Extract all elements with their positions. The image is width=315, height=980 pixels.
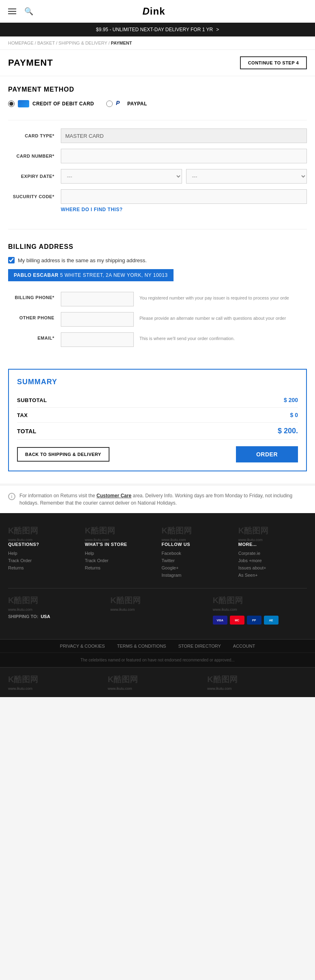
final-watermark-3: K酷图网 www.ikutu.com [207, 674, 307, 691]
footer-col-more: K酷图网 www.ikutu.com MORE... Corprate.ie J… [238, 525, 307, 580]
legal-text: The celebrities named or featured on hav… [80, 658, 234, 662]
other-phone-input[interactable] [61, 312, 134, 327]
footer-col-1-title: QUESTIONS? [8, 542, 77, 547]
footer-link-instagram[interactable]: Instagram [162, 573, 230, 578]
back-to-shipping-button[interactable]: BACK TO SHIPPING & DELIVERY [17, 447, 109, 462]
billing-phone-row: BILLING PHONE* You registered number wit… [8, 292, 307, 306]
search-icon[interactable]: 🔍 [24, 7, 33, 16]
continue-button[interactable]: CONTINUE TO STEP 4 [240, 56, 307, 69]
same-address-checkbox[interactable] [8, 257, 15, 263]
footer-watermark-col2: K酷图网 www.ikutu.com [110, 595, 204, 625]
main-content: PAYMENT METHOD CREDIT OF DEBIT CARD P PA… [0, 76, 315, 484]
same-address-label: My billing address is the same as my shi… [18, 257, 147, 263]
footer-link-help-2[interactable]: Help [85, 551, 153, 556]
footer-store-directory-link[interactable]: STORE DIRECTORY [178, 644, 221, 648]
tax-label: TAX [17, 412, 28, 418]
order-button[interactable]: ORDER [236, 446, 298, 462]
billing-phone-hint: You registered number with your pay issu… [134, 292, 307, 301]
summary-actions: BACK TO SHIPPING & DELIVERY ORDER [17, 446, 298, 462]
header: 🔍 Dink [0, 0, 315, 23]
expiry-year-select[interactable]: --- 2024202520262027 202820292030 [186, 169, 307, 184]
footer-link-returns-2[interactable]: Returns [85, 565, 153, 570]
breadcrumb: HOMEPAGE / BASKET / SHIPPING & DELIVERY … [0, 36, 315, 50]
summary-title: SUMMARY [17, 378, 298, 386]
footer: K酷图网 www.ikutu.com QUESTIONS? Help Track… [0, 513, 315, 639]
footer-link-twitter[interactable]: Twitter [162, 558, 230, 563]
subtotal-value: $ 200 [284, 397, 298, 403]
footer-link-issues[interactable]: Issues about+ [238, 565, 307, 570]
paypal-icon: P [116, 100, 124, 108]
info-text: For information on Returns visit the Cus… [19, 492, 307, 507]
card-form: CARD TYPE* CARD NUMBER* EXPIRY DATE* ---… [8, 124, 307, 221]
breadcrumb-shipping[interactable]: SHIPPING & DELIVERY [58, 41, 107, 45]
billing-phone-input[interactable] [61, 292, 134, 306]
summary-box: SUMMARY SUBTOTAL $ 200 TAX $ 0 TOTAL $ 2… [8, 369, 307, 471]
page-title: PAYMENT [8, 58, 53, 68]
footer-shipping-col: K酷图网 www.ikutu.com SHIPPING TO: USA [8, 595, 102, 625]
other-phone-row: OTHER PHONE Please provide an alternate … [8, 312, 307, 327]
footer-link-facebook[interactable]: Facebook [162, 551, 230, 556]
billing-phone-label: BILLING PHONE* [8, 292, 61, 300]
footer-legal: The celebrities named or featured on hav… [0, 653, 315, 667]
breadcrumb-basket[interactable]: BASKET [37, 41, 55, 45]
customer-care-link[interactable]: Customer Care [96, 493, 131, 499]
email-hint: This is where we'll send your order conf… [134, 332, 307, 342]
credit-card-option[interactable]: CREDIT OF DEBIT CARD [8, 100, 94, 107]
footer-account-link[interactable]: ACCOUNT [233, 644, 255, 648]
card-number-row: CARD NUMBER* [8, 149, 307, 163]
footer-link-track-1[interactable]: Track Order [8, 558, 77, 563]
footer-link-googleplus[interactable]: Google+ [162, 565, 230, 570]
footer-terms-link[interactable]: TERMS & CONDITIONS [117, 644, 166, 648]
paypal-payment-icon: PP [247, 616, 261, 625]
security-label: SUCURITY CODE* [8, 194, 61, 199]
final-watermark-1: K酷图网 www.ikutu.com [8, 674, 108, 691]
expiry-month-select[interactable]: --- 01020304 05060708 09101112 [61, 169, 182, 184]
breadcrumb-payment: PAYMENT [111, 41, 132, 45]
other-phone-label: OTHER PHONE [8, 312, 61, 320]
payment-method-title: PAYMENT METHOD [8, 76, 307, 100]
footer-watermark-1: K酷图网 [8, 525, 77, 536]
card-type-input[interactable] [61, 128, 307, 143]
other-phone-hint: Please provide an alternate number w cal… [134, 312, 307, 321]
billing-form: BILLING PHONE* You registered number wit… [8, 288, 307, 357]
promo-bar[interactable]: $9.95 - UNLIMITED NEXT-DAY DELIVERY FOR … [0, 23, 315, 36]
promo-cta[interactable]: > [216, 27, 219, 32]
address-name: PABLO ESCABAR [14, 272, 58, 278]
card-number-input[interactable] [61, 149, 307, 163]
footer-link-help-1[interactable]: Help [8, 551, 77, 556]
footer-link-as-seen[interactable]: As Seen+ [238, 573, 307, 578]
card-type-row: CARD TYPE* [8, 128, 307, 143]
footer-link-corporate[interactable]: Corprate.ie [238, 551, 307, 556]
tax-value: $ 0 [290, 412, 298, 418]
billing-address-title: BILLING ADDRESS [8, 233, 307, 257]
total-row: TOTAL $ 200. [17, 423, 298, 440]
paypal-label: PAYPAL [127, 101, 147, 107]
footer-privacy-link[interactable]: PRIVACY & COOKIES [60, 644, 105, 648]
expiry-selects: --- 01020304 05060708 09101112 --- 20242… [61, 169, 307, 184]
footer-col-follow-us: K酷图网 www.ikutu.com FOLLOW US Facebook Tw… [162, 525, 230, 580]
security-row: SUCURITY CODE* [8, 189, 307, 204]
address-pill: PABLO ESCABAR 5 WHITE STREET, 2A NEW YOR… [8, 269, 174, 281]
footer-link-track-2[interactable]: Track Order [85, 558, 153, 563]
footer-col-4-title: MORE... [238, 542, 307, 547]
security-code-input[interactable] [61, 189, 307, 204]
credit-card-label: CREDIT OF DEBIT CARD [32, 101, 94, 107]
footer-link-returns-1[interactable]: Returns [8, 565, 77, 570]
total-label: TOTAL [17, 428, 36, 434]
info-icon: i [8, 493, 15, 500]
paypal-radio[interactable] [106, 101, 113, 107]
credit-card-radio[interactable] [8, 101, 15, 107]
card-type-label: CARD TYPE* [8, 133, 61, 138]
breadcrumb-homepage[interactable]: HOMEPAGE [8, 41, 34, 45]
where-find-link[interactable]: WHERE DO I FIND THIS? [61, 207, 123, 212]
hamburger-menu[interactable] [8, 9, 16, 14]
paypal-option[interactable]: P PAYPAL [106, 100, 147, 108]
footer-col-whats-in-store: K酷图网 www.ikutu.com WHAT'S IN STORE Help … [85, 525, 153, 580]
email-input[interactable] [61, 332, 134, 347]
footer-watermark-2: K酷图网 [85, 525, 153, 536]
footer-final-watermarks: K酷图网 www.ikutu.com K酷图网 www.ikutu.com K酷… [0, 667, 315, 697]
footer-payment-icons-col: K酷图网 www.ikutu.com VISA MC PP AE [213, 595, 307, 625]
header-left-icons: 🔍 [8, 7, 33, 16]
footer-columns: K酷图网 www.ikutu.com QUESTIONS? Help Track… [8, 525, 307, 580]
footer-link-jobs[interactable]: Jobs +more [238, 558, 307, 563]
